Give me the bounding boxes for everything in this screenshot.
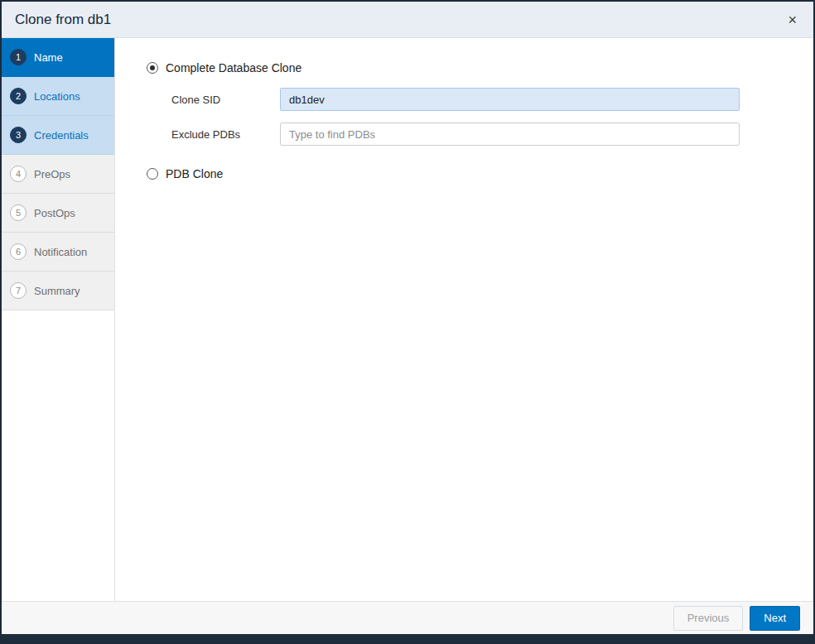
previous-button[interactable]: Previous [673, 606, 744, 631]
step-credentials[interactable]: 3 Credentials [2, 116, 114, 155]
step-label: PostOps [34, 207, 75, 219]
step-label: PreOps [34, 168, 70, 180]
step-name[interactable]: 1 Name [2, 38, 114, 77]
step-locations[interactable]: 2 Locations [2, 77, 114, 116]
step-preops[interactable]: 4 PreOps [2, 155, 114, 194]
step-notification[interactable]: 6 Notification [2, 233, 114, 272]
exclude-pdbs-label: Exclude PDBs [171, 128, 280, 141]
exclude-pdbs-row: Exclude PDBs [171, 123, 813, 146]
exclude-pdbs-input[interactable] [280, 123, 740, 146]
step-number-badge: 4 [10, 166, 27, 182]
step-label: Credentials [34, 129, 89, 142]
dialog-title: Clone from db1 [15, 12, 111, 28]
pdb-clone-label: PDB Clone [166, 167, 223, 180]
clone-sid-input[interactable] [280, 88, 740, 111]
pdb-clone-option[interactable]: PDB Clone [147, 167, 223, 180]
footer-bar: Previous Next [2, 601, 813, 634]
step-postops[interactable]: 5 PostOps [2, 194, 114, 233]
clone-wizard-dialog: Clone from db1 × 1 Name 2 Locations 3 Cr… [0, 0, 815, 644]
step-summary[interactable]: 7 Summary [2, 272, 114, 310]
step-number-badge: 2 [10, 88, 27, 104]
clone-sid-row: Clone SID [171, 88, 813, 111]
dialog-body: 1 Name 2 Locations 3 Credentials 4 PreOp… [2, 38, 813, 601]
complete-database-clone-radio[interactable] [147, 62, 158, 74]
dialog-header: Clone from db1 × [2, 2, 813, 38]
wizard-steps-sidebar: 1 Name 2 Locations 3 Credentials 4 PreOp… [2, 38, 115, 601]
step-label: Summary [34, 285, 80, 297]
content-panel: Complete Database Clone Clone SID Exclud… [115, 38, 813, 601]
clone-sid-label: Clone SID [171, 94, 280, 106]
complete-database-clone-label: Complete Database Clone [166, 61, 301, 74]
bottom-accent-bar [2, 634, 813, 642]
step-number-badge: 5 [10, 204, 27, 221]
complete-database-clone-option[interactable]: Complete Database Clone [147, 61, 301, 74]
step-label: Name [34, 51, 63, 64]
step-number-badge: 6 [10, 243, 27, 260]
step-number-badge: 1 [10, 49, 27, 65]
step-number-badge: 7 [10, 282, 27, 299]
pdb-clone-radio[interactable] [147, 168, 158, 180]
step-label: Notification [34, 246, 87, 258]
next-button[interactable]: Next [750, 606, 800, 631]
step-label: Locations [34, 90, 80, 103]
step-number-badge: 3 [10, 127, 27, 143]
close-icon[interactable]: × [784, 11, 800, 29]
